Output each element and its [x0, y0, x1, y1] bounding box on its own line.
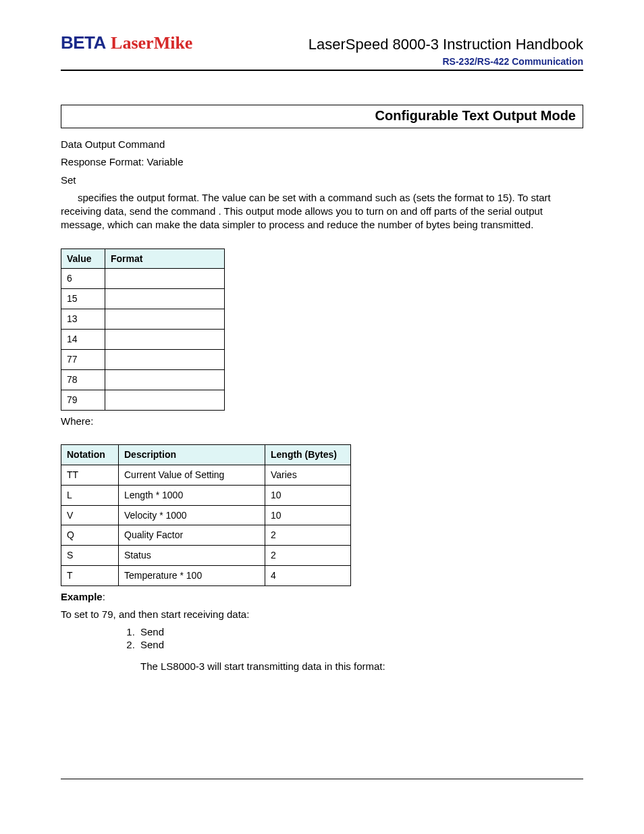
intro-line-2: Response Format: Variable — [61, 155, 583, 169]
table-row: 6 — [61, 269, 225, 289]
cell: Status — [119, 546, 265, 566]
cell — [105, 369, 225, 390]
table2-header-description: Description — [119, 444, 265, 465]
table2-header-notation: Notation — [61, 444, 119, 465]
logo-lasermike: LaserMike — [111, 33, 192, 53]
intro-line-3: Set — [61, 174, 583, 187]
after-steps-block: The LS8000-3 will start transmitting dat… — [140, 660, 583, 673]
cell: 77 — [61, 349, 105, 369]
table-row: 15 — [61, 289, 225, 309]
cell: Velocity * 1000 — [119, 505, 265, 525]
value-format-table: Value Format 6 15 13 14 77 78 79 — [61, 249, 225, 411]
header-title: LaserSpeed 8000-3 Instruction Handbook — [308, 36, 583, 53]
header-rule — [61, 70, 583, 71]
section-heading: Configurable Text Output Mode — [61, 105, 583, 128]
cell: TT — [61, 465, 119, 485]
table1-header-value: Value — [61, 249, 105, 269]
cell: 13 — [61, 309, 105, 330]
where-label: Where: — [61, 415, 583, 428]
content-block: Data Output Command Response Format: Var… — [61, 138, 583, 622]
intro-paragraph: specifies the output format. The value c… — [61, 191, 583, 232]
cell: 10 — [265, 485, 351, 505]
cell: Varies — [265, 465, 351, 485]
table-row: 13 — [61, 309, 225, 330]
cell: 2 — [265, 546, 351, 566]
list-item: Send — [138, 626, 583, 637]
cell: 2 — [265, 525, 351, 546]
cell: 4 — [265, 566, 351, 586]
table-row: TTemperature * 1004 — [61, 566, 351, 586]
after-steps-text: The LS8000-3 will start transmitting dat… — [140, 660, 583, 673]
list-item: Send — [138, 639, 583, 650]
cell: Length * 1000 — [119, 485, 265, 505]
table-row: SStatus2 — [61, 546, 351, 566]
cell — [105, 349, 225, 369]
cell: Current Value of Setting — [119, 465, 265, 485]
header-subtitle: RS-232/RS-422 Communication — [61, 56, 583, 67]
intro-paragraph-text: specifies the output format. The value c… — [61, 192, 551, 231]
cell: V — [61, 505, 119, 525]
table1-header-format: Format — [105, 249, 225, 269]
footer-rule — [61, 779, 583, 779]
example-colon: : — [103, 591, 105, 602]
logo: BETA LaserMike — [61, 32, 192, 53]
example-line: To set to 79, and then start receiving d… — [61, 608, 583, 621]
cell: S — [61, 546, 119, 566]
cell — [105, 309, 225, 330]
cell: Quality Factor — [119, 525, 265, 546]
cell: Temperature * 100 — [119, 566, 265, 586]
intro-line-1: Data Output Command — [61, 138, 583, 151]
cell — [105, 330, 225, 350]
table-row: 78 — [61, 369, 225, 390]
example-label: Example — [61, 591, 103, 602]
notation-table: Notation Description Length (Bytes) TTCu… — [61, 444, 351, 586]
cell: Q — [61, 525, 119, 546]
cell: 10 — [265, 505, 351, 525]
table-row: 14 — [61, 330, 225, 350]
example-header: Example: — [61, 590, 583, 604]
table-row: 79 — [61, 390, 225, 410]
table-row: QQuality Factor2 — [61, 525, 351, 546]
table2-header-length: Length (Bytes) — [265, 444, 351, 465]
page-header: BETA LaserMike LaserSpeed 8000-3 Instruc… — [61, 32, 583, 53]
cell: 14 — [61, 330, 105, 350]
example-steps: Send Send — [122, 626, 583, 650]
cell: 15 — [61, 289, 105, 309]
cell — [105, 269, 225, 289]
cell: L — [61, 485, 119, 505]
cell — [105, 390, 225, 410]
cell: 78 — [61, 369, 105, 390]
table-row: VVelocity * 100010 — [61, 505, 351, 525]
table-row: LLength * 100010 — [61, 485, 351, 505]
cell: 79 — [61, 390, 105, 410]
table-row: TTCurrent Value of SettingVaries — [61, 465, 351, 485]
logo-beta: BETA — [61, 32, 106, 53]
cell: T — [61, 566, 119, 586]
cell: 6 — [61, 269, 105, 289]
cell — [105, 289, 225, 309]
table-row: 77 — [61, 349, 225, 369]
